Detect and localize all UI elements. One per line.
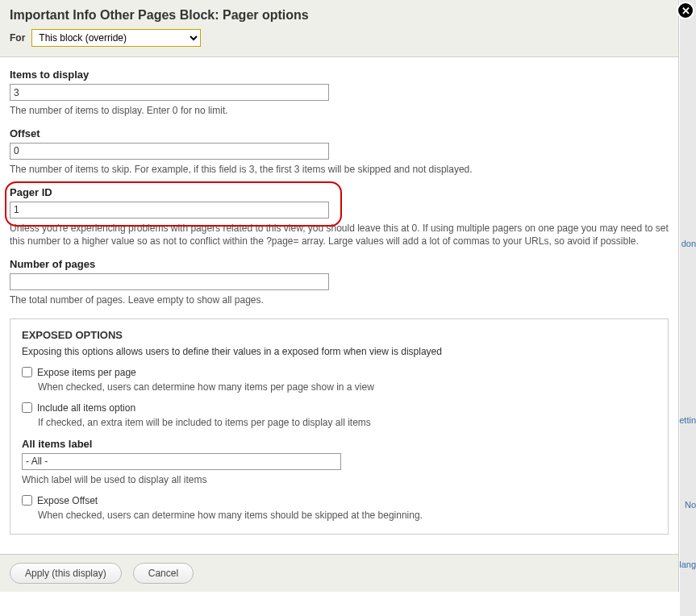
- all-items-label-input[interactable]: [22, 453, 341, 470]
- include-all-desc: If checked, an extra item will be includ…: [38, 417, 656, 428]
- dialog-title: Important Info Other Pages Block: Pager …: [10, 8, 669, 23]
- include-all-checkbox[interactable]: [22, 402, 32, 413]
- expose-offset-label: Expose Offset: [37, 495, 98, 506]
- pager-id-desc: Unless you're experiencing problems with…: [10, 222, 669, 249]
- number-of-pages-label: Number of pages: [10, 258, 669, 270]
- items-to-display-desc: The number of items to display. Enter 0 …: [10, 104, 669, 118]
- expose-items-checkbox[interactable]: [22, 367, 32, 377]
- bg-text: No: [685, 500, 696, 510]
- dialog-footer: Apply (this display) Cancel: [0, 554, 678, 592]
- exposed-options-fieldset: EXPOSED OPTIONS Exposing this options al…: [10, 318, 669, 535]
- expose-items-row: Expose items per page: [22, 367, 656, 378]
- include-all-row: Include all items option: [22, 402, 656, 414]
- pager-id-group: Pager ID Unless you're experiencing prob…: [10, 186, 669, 249]
- dialog-panel: Important Info Other Pages Block: Pager …: [0, 0, 679, 592]
- expose-items-label: Expose items per page: [37, 367, 136, 378]
- for-row: For This block (override): [10, 29, 669, 47]
- offset-group: Offset The number of items to skip. For …: [10, 127, 669, 177]
- bg-text: lang: [679, 560, 696, 569]
- all-items-label-desc: Which label will be used to display all …: [22, 473, 656, 487]
- pager-id-input[interactable]: [10, 202, 329, 219]
- expose-offset-row: Expose Offset: [22, 495, 656, 506]
- include-all-label: Include all items option: [37, 402, 135, 414]
- bg-text: don: [681, 239, 696, 248]
- apply-button[interactable]: Apply (this display): [10, 563, 122, 584]
- pager-id-label: Pager ID: [10, 186, 669, 198]
- items-to-display-input[interactable]: [10, 84, 329, 101]
- dialog-header: Important Info Other Pages Block: Pager …: [0, 0, 678, 57]
- number-of-pages-group: Number of pages The total number of page…: [10, 258, 669, 307]
- close-icon: ✕: [681, 5, 690, 17]
- exposed-options-title: EXPOSED OPTIONS: [22, 329, 656, 341]
- background-strip: [680, 0, 696, 616]
- exposed-options-desc: Exposing this options allows users to de…: [22, 346, 656, 357]
- items-to-display-group: Items to display The number of items to …: [10, 69, 669, 118]
- offset-input[interactable]: [10, 143, 329, 160]
- for-label: For: [10, 32, 25, 44]
- offset-desc: The number of items to skip. For example…: [10, 163, 669, 177]
- items-to-display-label: Items to display: [10, 69, 669, 81]
- number-of-pages-input[interactable]: [10, 273, 329, 290]
- expose-offset-desc: When checked, users can determine how ma…: [38, 510, 656, 521]
- offset-label: Offset: [10, 127, 669, 139]
- dialog-content: Items to display The number of items to …: [0, 57, 678, 554]
- all-items-label-label: All items label: [22, 438, 656, 450]
- close-button[interactable]: ✕: [677, 2, 694, 19]
- all-items-label-group: All items label Which label will be used…: [22, 438, 656, 487]
- cancel-button[interactable]: Cancel: [133, 563, 194, 584]
- bg-text: ettin: [679, 415, 696, 425]
- expose-offset-checkbox[interactable]: [22, 495, 32, 506]
- expose-items-desc: When checked, users can determine how ma…: [38, 381, 656, 393]
- for-select[interactable]: This block (override): [31, 29, 201, 47]
- number-of-pages-desc: The total number of pages. Leave empty t…: [10, 293, 669, 307]
